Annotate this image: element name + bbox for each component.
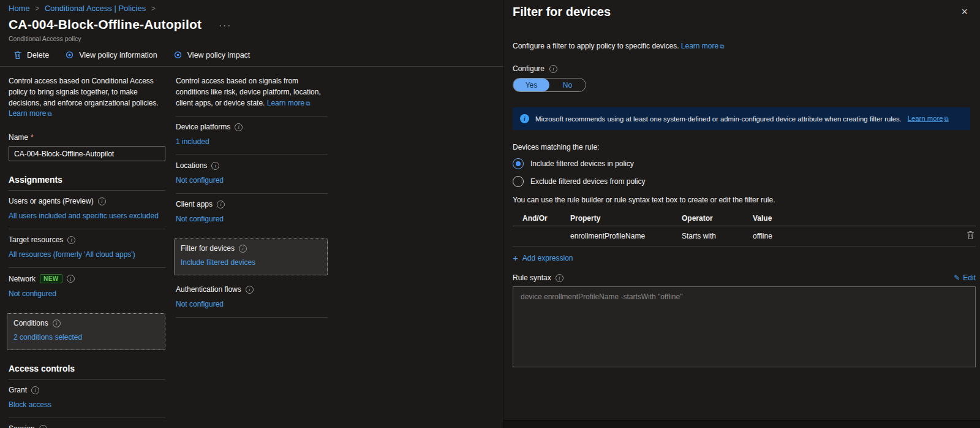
column-header-property: Property [570, 214, 682, 223]
policy-columns: Control access based on Conditional Acce… [0, 76, 503, 428]
target-resources-section[interactable]: Target resources i All resources (former… [9, 229, 165, 268]
toggle-yes-option[interactable]: Yes [513, 78, 549, 91]
rule-builder-table: And/Or Property Operator Value enrollmen… [513, 210, 976, 246]
users-section[interactable]: Users or agents (Preview) i All users in… [9, 191, 165, 229]
device-platforms-section[interactable]: Device platforms i 1 included [176, 117, 328, 155]
view-policy-impact-button[interactable]: View policy impact [173, 50, 251, 59]
column-header-operator: Operator [682, 214, 753, 223]
view-policy-information-label: View policy information [79, 51, 157, 59]
locations-section[interactable]: Locations i Not configured [176, 155, 328, 194]
network-section[interactable]: Network NEW i Not configured [9, 268, 165, 307]
locations-label: Locations [176, 161, 207, 170]
rule-builder-row: enrollmentProfileName Starts with offlin… [513, 226, 976, 246]
conditions-value-link[interactable]: 2 conditions selected [13, 333, 82, 342]
rule-mode-label: Devices matching the rule: [513, 143, 970, 151]
configure-toggle[interactable]: Yes No [513, 78, 586, 92]
page-subtitle: Conditional Access policy [0, 32, 503, 42]
session-section[interactable]: Session i 0 controls selected [9, 418, 165, 428]
name-input[interactable] [9, 146, 165, 161]
info-icon: i [39, 425, 47, 428]
grant-section[interactable]: Grant i Block access [9, 380, 165, 418]
rule-operator-cell[interactable]: Starts with [682, 232, 753, 240]
rule-property-cell[interactable]: enrollmentProfileName [570, 232, 682, 240]
rule-value-cell[interactable]: offline [753, 232, 955, 240]
filter-for-devices-label: Filter for devices [181, 244, 235, 253]
learn-more-link[interactable]: Learn more⧉ [681, 42, 725, 50]
learn-more-link[interactable]: Learn more⧉ [267, 99, 311, 107]
pencil-icon: ✎ [954, 273, 960, 282]
builder-hint: You can use the rule builder or rule syn… [513, 196, 970, 204]
more-options-icon[interactable]: ··· [219, 20, 232, 30]
info-icon: i [211, 162, 219, 170]
client-apps-section[interactable]: Client apps i Not configured [176, 194, 328, 232]
external-link-icon: ⧉ [47, 110, 51, 117]
exclude-filtered-radio[interactable]: Exclude filtered devices from policy [513, 176, 970, 187]
conditions-description: Control access based on signals from con… [176, 76, 328, 117]
toggle-no-option[interactable]: No [549, 78, 586, 91]
device-platforms-label: Device platforms [176, 123, 230, 131]
authentication-flows-value-link[interactable]: Not configured [176, 300, 224, 308]
radio-unselected-icon[interactable] [513, 176, 524, 187]
banner-learn-more-link[interactable]: Learn more⧉ [908, 115, 949, 123]
client-apps-value-link[interactable]: Not configured [176, 215, 224, 223]
policy-editor-pane: Home > Conditional Access | Policies > C… [0, 0, 503, 428]
include-filtered-radio[interactable]: Include filtered devices in policy [513, 158, 970, 169]
filter-for-devices-value-link[interactable]: Include filtered devices [181, 258, 255, 267]
grant-value-link[interactable]: Block access [9, 400, 51, 409]
edit-rule-syntax-button[interactable]: ✎ Edit [954, 273, 976, 282]
toolbar: Delete View policy information View poli… [0, 50, 503, 67]
info-icon: i [217, 201, 225, 208]
add-expression-button[interactable]: + Add expression [513, 253, 573, 262]
info-icon: i [53, 319, 61, 327]
banner-text: Microsoft recommends using at least one … [535, 115, 902, 123]
target-resources-value-link[interactable]: All resources (formerly 'All cloud apps'… [9, 250, 135, 259]
info-icon: i [31, 386, 39, 394]
exclude-filtered-radio-label: Exclude filtered devices from policy [530, 177, 645, 186]
radio-selected-icon[interactable] [513, 158, 524, 169]
delete-expression-button[interactable] [955, 231, 976, 242]
locations-value-link[interactable]: Not configured [176, 176, 224, 185]
conditions-column: Control access based on signals from con… [176, 76, 328, 428]
policy-description-text: Control access based on Conditional Acce… [9, 77, 159, 107]
external-link-icon: ⧉ [944, 115, 949, 122]
name-field: Name * [9, 133, 165, 161]
info-icon: i [246, 286, 254, 294]
view-policy-impact-label: View policy impact [187, 51, 251, 59]
configure-label: Configure [513, 64, 545, 73]
eye-icon [65, 50, 74, 59]
trash-icon [13, 50, 22, 59]
breadcrumb-conditional-access-link[interactable]: Conditional Access | Policies [45, 4, 146, 13]
policy-description: Control access based on Conditional Acce… [9, 76, 165, 120]
session-label: Session [9, 424, 35, 428]
conditions-section[interactable]: Conditions i 2 conditions selected [7, 313, 165, 350]
recommendation-banner: i Microsoft recommends using at least on… [513, 107, 970, 130]
rule-syntax-textbox[interactable]: device.enrollmentProfileName -startsWith… [513, 286, 976, 367]
learn-more-link[interactable]: Learn more⧉ [9, 109, 52, 118]
info-icon: i [98, 197, 106, 205]
client-apps-label: Client apps [176, 200, 213, 208]
authentication-flows-label: Authentication flows [176, 285, 241, 294]
column-header-value: Value [753, 214, 955, 223]
authentication-flows-section[interactable]: Authentication flows i Not configured [176, 279, 328, 318]
eye-icon [173, 50, 183, 59]
users-section-value-link[interactable]: All users included and specific users ex… [9, 212, 159, 220]
breadcrumb-home-link[interactable]: Home [9, 4, 30, 13]
info-icon: i [235, 123, 243, 131]
edit-label: Edit [963, 273, 976, 282]
network-value-link[interactable]: Not configured [9, 289, 56, 298]
name-label: Name * [9, 133, 165, 142]
new-badge: NEW [40, 274, 62, 283]
conditions-label: Conditions [13, 319, 48, 327]
grant-label: Grant [9, 386, 27, 394]
configure-row: Configure i [513, 64, 970, 73]
filter-for-devices-section[interactable]: Filter for devices i Include filtered de… [174, 239, 328, 275]
delete-button[interactable]: Delete [13, 50, 49, 59]
breadcrumb-chevron-icon: > [151, 4, 156, 13]
close-icon[interactable]: × [959, 5, 970, 18]
device-platforms-value-link[interactable]: 1 included [176, 137, 209, 146]
breadcrumb: Home > Conditional Access | Policies > [0, 0, 503, 13]
breadcrumb-chevron-icon: > [35, 4, 39, 13]
info-icon: i [239, 245, 247, 253]
required-asterisk: * [31, 133, 34, 142]
view-policy-information-button[interactable]: View policy information [65, 50, 157, 59]
